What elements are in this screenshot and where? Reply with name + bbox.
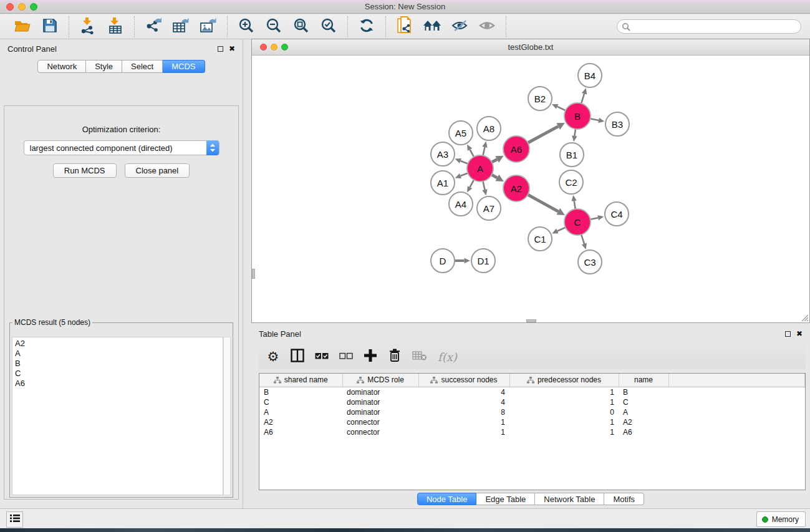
task-list-icon bbox=[10, 514, 20, 525]
zoom-window-button[interactable] bbox=[30, 3, 37, 11]
close-window-button[interactable] bbox=[6, 3, 14, 11]
network-window-titlebar[interactable]: testGlobe.txt bbox=[252, 39, 809, 56]
graph-edge-A-A1[interactable] bbox=[460, 173, 468, 177]
save-floppy-icon bbox=[42, 18, 57, 36]
table-settings-button[interactable]: ⚙ bbox=[266, 349, 280, 364]
mcds-result-item[interactable]: C bbox=[15, 369, 223, 379]
zoom-selected-icon bbox=[321, 17, 337, 36]
zoom-in-button[interactable] bbox=[233, 17, 260, 37]
graph-edge-A-A5[interactable] bbox=[470, 150, 474, 157]
mcds-result-item[interactable]: A6 bbox=[15, 379, 223, 389]
refresh-icon bbox=[359, 17, 375, 36]
graph-edge-A-A3[interactable] bbox=[460, 161, 468, 164]
graph-edge-A6-B[interactable] bbox=[528, 127, 558, 143]
mcds-result-item[interactable]: A2 bbox=[15, 339, 223, 349]
table-row[interactable]: A2connector11A2 bbox=[259, 417, 805, 427]
criterion-dropdown[interactable]: largest connected component (directed) bbox=[24, 140, 219, 155]
graph-edge-A-A6[interactable] bbox=[492, 159, 498, 162]
mcds-result-item[interactable]: A bbox=[15, 349, 223, 359]
show-tasks-button[interactable] bbox=[6, 511, 23, 528]
export-table-button[interactable] bbox=[167, 17, 195, 37]
zoom-fit-button[interactable] bbox=[287, 17, 315, 37]
deselect-all-columns-button[interactable] bbox=[339, 349, 353, 364]
graph-edge-B-B3[interactable] bbox=[591, 118, 599, 120]
mcds-result-item[interactable]: B bbox=[15, 359, 223, 369]
canvas-horizontal-scrollbar[interactable] bbox=[526, 319, 536, 322]
delete-column-button[interactable] bbox=[388, 349, 402, 364]
tab-motifs[interactable]: Motifs bbox=[604, 493, 644, 505]
close-panel-icon[interactable]: ✖ bbox=[229, 45, 235, 52]
network-from-file-button[interactable] bbox=[391, 17, 418, 37]
mcds-result-fieldset: MCDS result (5 nodes) A2ABCA6 bbox=[9, 318, 233, 498]
close-table-panel-icon[interactable]: ✖ bbox=[796, 330, 803, 337]
graph-edge-A2-C[interactable] bbox=[528, 195, 558, 211]
col-successor-nodes[interactable]: successor nodes bbox=[418, 374, 509, 387]
table-row[interactable]: A6connector11A6 bbox=[259, 427, 805, 437]
graph-edge-B-B2[interactable] bbox=[557, 107, 566, 110]
tab-mcds[interactable]: MCDS bbox=[163, 60, 205, 73]
float-panel-icon[interactable] bbox=[218, 46, 223, 52]
open-folder-icon bbox=[14, 18, 31, 36]
table-row[interactable]: Bdominator41B bbox=[259, 387, 805, 397]
net-close-button[interactable] bbox=[260, 44, 267, 51]
result-scrollbar[interactable] bbox=[223, 337, 231, 495]
export-image-button[interactable] bbox=[195, 17, 222, 37]
zoom-selected-button[interactable] bbox=[315, 17, 342, 37]
tab-select[interactable]: Select bbox=[122, 60, 163, 73]
add-column-button[interactable] bbox=[364, 349, 377, 364]
graph-edge-C-C1[interactable] bbox=[557, 228, 566, 231]
resize-grip[interactable] bbox=[800, 313, 809, 322]
net-zoom-button[interactable] bbox=[281, 44, 288, 51]
control-panel: Control Panel ✖ Network Style Select MCD… bbox=[0, 39, 243, 508]
select-all-columns-button[interactable] bbox=[315, 349, 329, 364]
col-shared-name[interactable]: shared name bbox=[259, 374, 342, 387]
graph-edge-B-B1[interactable] bbox=[574, 129, 576, 136]
refresh-layout-button[interactable] bbox=[353, 17, 380, 37]
import-table-button[interactable] bbox=[102, 17, 129, 37]
save-session-button[interactable] bbox=[36, 17, 64, 37]
close-panel-button[interactable]: Close panel bbox=[125, 163, 190, 178]
float-table-panel-icon[interactable] bbox=[785, 331, 791, 337]
show-column-panel-button[interactable] bbox=[291, 349, 304, 364]
first-neighbors-button[interactable] bbox=[418, 17, 446, 37]
network-canvas[interactable]: B4B2BB3A5A8A6B1A3AC2A1A2A4A7C4CC1C3DD1 bbox=[252, 56, 809, 322]
graph-edge-A-A2[interactable] bbox=[491, 175, 497, 178]
graph-node-label: B2 bbox=[534, 94, 546, 104]
graph-edge-A-A4[interactable] bbox=[470, 180, 474, 187]
zoom-out-button[interactable] bbox=[260, 17, 287, 37]
graph-edge-A-A8[interactable] bbox=[483, 147, 485, 156]
control-panel-header: Control Panel ✖ bbox=[0, 39, 243, 58]
open-file-button[interactable] bbox=[9, 17, 36, 37]
delete-table-button[interactable] bbox=[412, 349, 427, 364]
tab-network-table[interactable]: Network Table bbox=[535, 493, 604, 505]
tab-edge-table[interactable]: Edge Table bbox=[476, 493, 535, 505]
tab-network[interactable]: Network bbox=[37, 60, 86, 73]
table-row[interactable]: Adominator80A bbox=[259, 407, 805, 417]
show-graphics-details-button[interactable] bbox=[473, 17, 501, 37]
graph-edge-A-A7[interactable] bbox=[483, 181, 485, 190]
run-mcds-button[interactable]: Run MCDS bbox=[53, 163, 117, 178]
graph-edge-arrowhead bbox=[455, 173, 461, 178]
graph-edge-B-B4[interactable] bbox=[581, 94, 584, 104]
minimize-window-button[interactable] bbox=[18, 3, 26, 11]
col-mcds-role[interactable]: MCDS role bbox=[342, 374, 418, 387]
memory-button[interactable]: Memory bbox=[756, 511, 806, 527]
tab-node-table[interactable]: Node Table bbox=[417, 493, 477, 505]
col-name[interactable]: name bbox=[619, 374, 668, 387]
status-bar: Memory bbox=[0, 508, 810, 528]
tab-style[interactable]: Style bbox=[86, 60, 122, 73]
net-minimize-button[interactable] bbox=[271, 44, 277, 51]
export-network-button[interactable] bbox=[140, 17, 167, 37]
canvas-vertical-scrollbar[interactable] bbox=[252, 269, 255, 279]
function-builder-button[interactable]: f(x) bbox=[438, 349, 457, 364]
graph-edge-arrowhead bbox=[482, 189, 487, 195]
import-network-button[interactable] bbox=[74, 17, 102, 37]
table-row[interactable]: Cdominator41C bbox=[259, 397, 805, 407]
graph-edge-C-C3[interactable] bbox=[581, 235, 584, 244]
col-predecessor-nodes[interactable]: predecessor nodes bbox=[509, 374, 619, 387]
mcds-result-list[interactable]: A2ABCA6 bbox=[12, 337, 223, 495]
search-input[interactable] bbox=[617, 19, 801, 34]
graph-edge-C-C4[interactable] bbox=[591, 218, 599, 220]
graph-edge-C-C2[interactable] bbox=[574, 201, 576, 209]
hide-graphics-details-button[interactable] bbox=[446, 17, 473, 37]
